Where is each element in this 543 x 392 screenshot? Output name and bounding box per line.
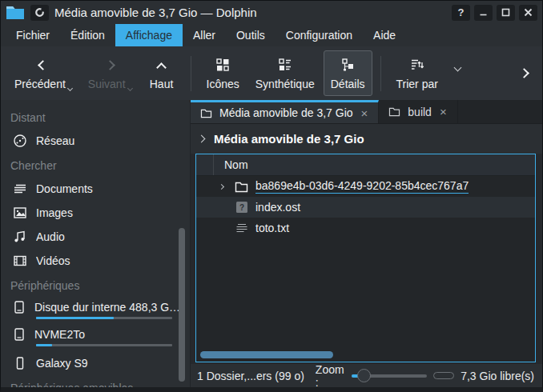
sidebar-item-label: Images	[36, 206, 182, 219]
items-summary: 1 Dossier,...ers (99 o)	[197, 370, 304, 382]
app-menu-button[interactable]	[30, 5, 49, 21]
breadcrumb-location[interactable]: Média amovible de 3,7 Gio	[214, 132, 364, 146]
tab-media-amovible[interactable]: Média amovible de 3,7 Gio ×	[191, 100, 379, 123]
sidebar-item-network[interactable]: Réseau	[1, 129, 190, 153]
sidebar-item-internal-disk[interactable]: Disque dur interne 488,3 G…	[1, 297, 190, 324]
up-button[interactable]: Haut	[141, 50, 183, 96]
details-view-label: Détails	[331, 78, 365, 90]
sidebar-item-videos[interactable]: Vidéos	[1, 249, 190, 273]
help-button[interactable]: ?	[452, 5, 470, 21]
file-name[interactable]: ba869e4b-03d6-4249-9202-85b4cec767a7	[255, 179, 469, 194]
menu-edition[interactable]: Édition	[60, 24, 115, 46]
audio-icon	[12, 229, 28, 245]
maximize-button[interactable]	[497, 5, 515, 21]
sidebar-item-documents[interactable]: Documents	[1, 177, 190, 201]
file-row-folder[interactable]: ba869e4b-03d6-4249-9202-85b4cec767a7	[196, 176, 535, 197]
sidebar-item-label: NVME2To	[34, 328, 85, 341]
file-row-toto-txt[interactable]: toto.txt	[196, 218, 535, 238]
file-name[interactable]: index.ost	[255, 201, 300, 214]
breadcrumb-chevron-icon[interactable]	[198, 135, 206, 143]
close-button[interactable]	[519, 5, 537, 21]
minimize-button[interactable]	[474, 5, 493, 21]
sidebar-item-label: Audio	[36, 230, 182, 243]
window-folder-icon	[6, 5, 25, 21]
icons-view-label: Icônes	[207, 78, 239, 90]
icons-view-button[interactable]: Icônes	[199, 50, 247, 96]
folder-icon	[235, 180, 248, 194]
sidebar-item-label: Vidéos	[36, 254, 182, 267]
horizontal-scrollbar[interactable]	[200, 351, 333, 358]
folder-icon	[388, 106, 400, 117]
sidebar-item-audio[interactable]: Audio	[1, 225, 190, 249]
circle-icon	[34, 7, 45, 18]
sidebar-scrollbar[interactable]	[179, 228, 185, 382]
tab-close-button[interactable]: ×	[439, 105, 448, 118]
file-name[interactable]: toto.txt	[255, 222, 289, 234]
toolbar: Précédent Suivant Haut Icônes	[1, 46, 542, 100]
toolbar-separator	[191, 56, 191, 91]
sidebar-item-phone[interactable]: Galaxy S9	[1, 351, 190, 375]
zoom-slider[interactable]	[352, 369, 427, 383]
menu-aller[interactable]: Aller	[183, 24, 226, 46]
column-header-name[interactable]: Nom	[214, 158, 248, 171]
smartphone-icon	[12, 355, 28, 371]
window-title: Média amovible de 3,7 Gio — Dolphin	[54, 6, 257, 19]
compact-view-button[interactable]: Synthétique	[248, 50, 322, 96]
arrow-right-icon	[105, 60, 115, 70]
minimize-icon	[479, 8, 488, 17]
file-view[interactable]: Nom ba869e4b-03d6-4249-9202-85b4cec767a7	[195, 154, 536, 362]
zoom-slider-handle[interactable]	[357, 369, 371, 382]
location-bar[interactable]: Média amovible de 3,7 Gio	[191, 124, 542, 154]
sort-by-button[interactable]: Trier par	[389, 50, 445, 96]
back-label: Précédent	[14, 78, 66, 90]
file-row-index-ost[interactable]: ? index.ost	[196, 197, 535, 218]
tab-label: build	[408, 106, 432, 118]
icons-view-icon	[214, 56, 231, 74]
menubar: Fichier Édition Affichage Aller Outils C…	[1, 24, 542, 46]
tab-close-button[interactable]: ×	[360, 106, 369, 120]
tabbar-empty-area	[458, 100, 542, 123]
svg-text:?: ?	[239, 203, 243, 212]
titlebar[interactable]: Média amovible de 3,7 Gio — Dolphin ?	[1, 1, 542, 24]
tab-bar: Média amovible de 3,7 Gio × build ×	[191, 100, 542, 124]
free-space-label: 7,3 Gio libre(s)	[461, 370, 534, 382]
places-panel: Distant Réseau Chercher Docum	[1, 100, 191, 387]
folder-icon	[200, 108, 212, 118]
sidebar-item-label: Galaxy S9	[36, 357, 182, 370]
forward-label: Suivant	[88, 78, 126, 90]
arrow-up-icon	[156, 62, 167, 73]
details-view-icon	[339, 56, 356, 74]
tab-label: Média amovible de 3,7 Gio	[219, 106, 353, 119]
compact-view-icon	[276, 56, 294, 74]
dolphin-window: Média amovible de 3,7 Gio — Dolphin ? Fi…	[0, 0, 543, 392]
expand-chevron-icon[interactable]	[219, 183, 224, 189]
close-icon	[524, 8, 533, 17]
maximize-icon	[501, 8, 510, 17]
tab-build[interactable]: build ×	[379, 100, 457, 123]
menu-configuration[interactable]: Configuration	[276, 24, 363, 46]
details-view-button[interactable]: Détails	[324, 50, 372, 96]
sidebar-item-label: Réseau	[36, 134, 182, 147]
sort-by-label: Trier par	[396, 78, 438, 90]
menu-aide[interactable]: Aide	[363, 24, 406, 46]
free-space-capacity-bar	[433, 372, 454, 379]
toolbar-overflow-button[interactable]	[519, 68, 529, 78]
sidebar-item-images[interactable]: Images	[1, 201, 190, 225]
forward-button[interactable]: Suivant	[81, 50, 139, 96]
menu-outils[interactable]: Outils	[226, 24, 276, 46]
network-icon	[12, 133, 28, 149]
arrow-left-icon	[38, 60, 49, 70]
sort-icon	[408, 56, 426, 74]
section-devices: Périphériques	[1, 273, 190, 297]
zoom-label: Zoom :	[316, 363, 345, 389]
menu-fichier[interactable]: Fichier	[6, 24, 60, 46]
section-search: Chercher	[1, 153, 190, 177]
hard-drive-icon	[12, 300, 26, 314]
sidebar-item-nvme[interactable]: NVME2To	[1, 324, 190, 351]
sidebar-item-label: Disque dur interne 488,3 G…	[34, 301, 180, 314]
back-button[interactable]: Précédent	[7, 50, 79, 96]
menu-affichage[interactable]: Affichage	[115, 24, 183, 46]
documents-icon	[12, 181, 28, 197]
compact-view-label: Synthétique	[255, 78, 315, 90]
sort-dropdown-chevron-icon[interactable]	[453, 64, 461, 72]
